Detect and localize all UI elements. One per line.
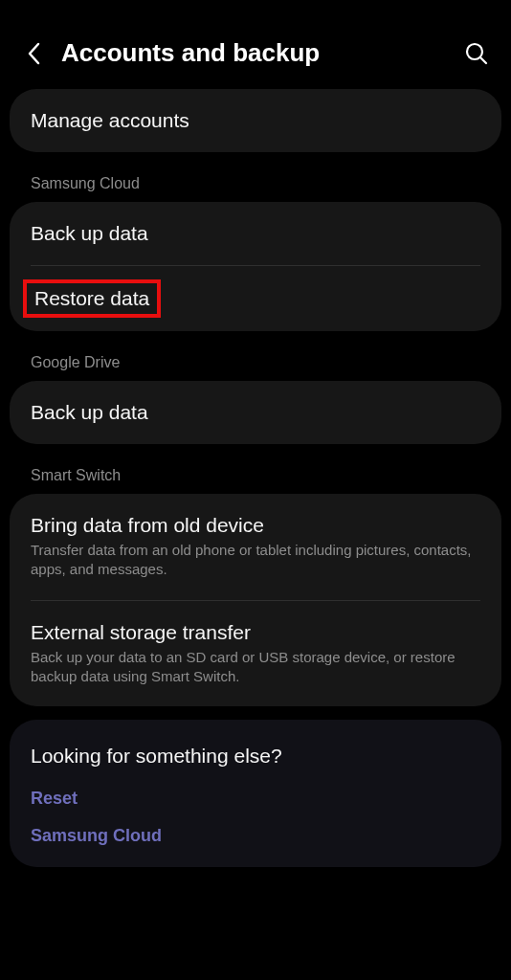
external-storage-row[interactable]: External storage transfer Back up your d…: [10, 601, 501, 707]
google-backup-label: Back up data: [31, 401, 480, 424]
samsung-cloud-header: Samsung Cloud: [10, 166, 501, 202]
svg-line-1: [480, 57, 486, 63]
samsung-backup-label: Back up data: [31, 222, 480, 245]
back-icon[interactable]: [21, 40, 48, 67]
samsung-cloud-card: Back up data Restore data: [10, 202, 501, 331]
google-backup-row[interactable]: Back up data: [10, 381, 501, 444]
bring-data-row[interactable]: Bring data from old device Transfer data…: [10, 494, 501, 600]
header: Accounts and backup: [0, 0, 511, 89]
smart-switch-header: Smart Switch: [10, 457, 501, 494]
google-drive-header: Google Drive: [10, 345, 501, 381]
footer-card: Looking for something else? Reset Samsun…: [10, 720, 501, 867]
samsung-backup-row[interactable]: Back up data: [10, 202, 501, 265]
google-drive-card: Back up data: [10, 381, 501, 444]
highlight-box: Restore data: [23, 279, 161, 318]
samsung-restore-label: Restore data: [34, 287, 149, 310]
external-storage-desc: Back up your data to an SD card or USB s…: [31, 648, 480, 687]
manage-accounts-card: Manage accounts: [10, 89, 501, 152]
manage-accounts-row[interactable]: Manage accounts: [10, 89, 501, 152]
manage-accounts-label: Manage accounts: [31, 109, 480, 132]
reset-link[interactable]: Reset: [31, 789, 480, 809]
footer-title: Looking for something else?: [31, 745, 480, 768]
samsung-cloud-link[interactable]: Samsung Cloud: [31, 826, 480, 846]
bring-data-desc: Transfer data from an old phone or table…: [31, 541, 480, 580]
samsung-restore-row[interactable]: Restore data: [10, 266, 501, 331]
page-title: Accounts and backup: [61, 38, 463, 68]
external-storage-title: External storage transfer: [31, 621, 480, 644]
bring-data-title: Bring data from old device: [31, 514, 480, 537]
content: Manage accounts Samsung Cloud Back up da…: [0, 89, 511, 867]
smart-switch-card: Bring data from old device Transfer data…: [10, 494, 501, 706]
search-icon[interactable]: [463, 40, 490, 67]
